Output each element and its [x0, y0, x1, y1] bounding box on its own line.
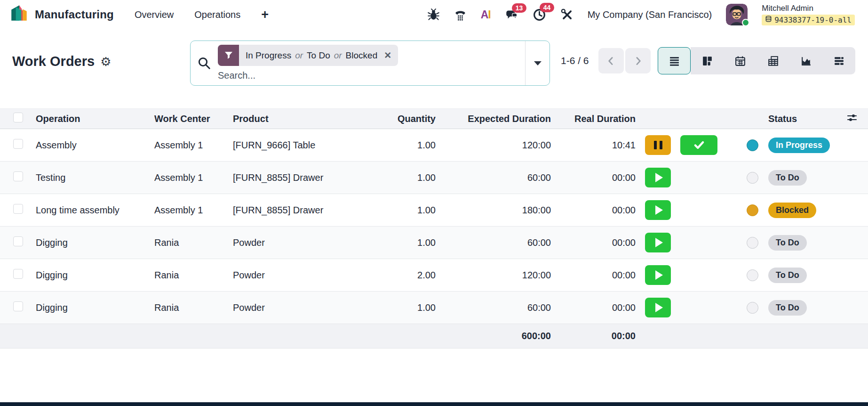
manufacturing-work-orders-screen: Manufacturing Overview Operations +	[0, 0, 868, 406]
start-button[interactable]	[645, 168, 671, 187]
column-header-work-center[interactable]: Work Center	[145, 114, 223, 124]
tools-icon[interactable]	[560, 8, 573, 21]
search-dropdown-toggle[interactable]	[525, 41, 549, 85]
row-checkbox[interactable]	[0, 139, 26, 151]
table-row[interactable]: DiggingRaniaPowder1.0060:0000:00To Do	[0, 292, 868, 324]
quantity-cell: 2.00	[379, 270, 445, 281]
quantity-cell: 1.00	[379, 205, 445, 216]
user-block[interactable]: Mitchell Admin 94338377-19-0-all	[762, 4, 855, 25]
column-header-quantity[interactable]: Quantity	[379, 114, 445, 124]
database-icon	[765, 16, 772, 24]
app-menu-button[interactable]: Manufacturing	[9, 4, 114, 25]
work-center-cell: Assembly 1	[145, 205, 223, 216]
operation-cell: Digging	[26, 237, 145, 248]
sliders-icon	[846, 112, 858, 126]
messages-badge: 13	[512, 3, 527, 13]
product-cell: [FURN_9666] Table	[223, 140, 379, 151]
status-dot[interactable]	[747, 172, 758, 184]
view-graph-button[interactable]	[789, 47, 822, 74]
expected-duration-cell: 60:00	[445, 172, 560, 183]
real-duration-total: 00:00	[560, 331, 645, 341]
manufacturing-app-icon	[9, 4, 29, 25]
work-center-cell: Rania	[145, 237, 223, 248]
column-header-operation[interactable]: Operation	[26, 114, 145, 124]
search-icon	[191, 41, 218, 85]
product-cell: [FURN_8855] Drawer	[223, 205, 379, 216]
gear-icon[interactable]: ⚙	[100, 56, 111, 68]
play-icon	[655, 205, 663, 215]
status-dot[interactable]	[747, 204, 758, 216]
quantity-cell: 1.00	[379, 140, 445, 151]
page-title: Work Orders	[12, 54, 95, 69]
work-center-cell: Assembly 1	[145, 172, 223, 183]
table-body: AssemblyAssembly 1[FURN_9666] Table1.001…	[0, 129, 868, 324]
view-calendar-button[interactable]	[724, 47, 757, 74]
pause-button[interactable]	[645, 135, 671, 155]
column-header-expected-duration[interactable]: Expected Duration	[445, 114, 560, 124]
optional-columns-button[interactable]	[841, 112, 868, 126]
status-badge: In Progress	[768, 138, 830, 153]
row-checkbox[interactable]	[0, 269, 26, 281]
column-header-real-duration[interactable]: Real Duration	[560, 114, 645, 124]
search-box[interactable]: In Progress or To Do or Blocked ✕	[190, 41, 550, 86]
online-status-dot	[742, 19, 749, 26]
menu-operations[interactable]: Operations	[194, 9, 240, 20]
phone-icon[interactable]	[454, 8, 467, 21]
row-checkbox[interactable]	[0, 171, 26, 184]
expected-duration-cell: 60:00	[445, 237, 560, 248]
table-row[interactable]: TestingAssembly 1[FURN_8855] Drawer1.006…	[0, 162, 868, 194]
status-badge: To Do	[768, 268, 807, 283]
pager-next-button[interactable]	[625, 48, 651, 73]
table-footer-row: 600:00 00:00	[0, 324, 868, 349]
start-button[interactable]	[645, 298, 671, 317]
activities-clock-icon[interactable]: 44	[533, 8, 546, 22]
start-button[interactable]	[645, 265, 671, 285]
work-center-cell: Rania	[145, 302, 223, 313]
start-button[interactable]	[645, 233, 671, 252]
table-row[interactable]: AssemblyAssembly 1[FURN_9666] Table1.001…	[0, 129, 868, 162]
column-header-status[interactable]: Status	[765, 114, 841, 124]
table-row[interactable]: DiggingRaniaPowder1.0060:0000:00To Do	[0, 227, 868, 259]
row-checkbox[interactable]	[0, 236, 26, 249]
pager-previous-button[interactable]	[598, 48, 624, 73]
operation-cell: Assembly	[26, 140, 145, 151]
expected-duration-cell: 60:00	[445, 302, 560, 313]
table-row[interactable]: Long time assemblyAssembly 1[FURN_8855] …	[0, 194, 868, 227]
operation-cell: Digging	[26, 302, 145, 313]
facet-remove-icon[interactable]: ✕	[382, 45, 398, 66]
table-row[interactable]: DiggingRaniaPowder2.00120:0000:00To Do	[0, 259, 868, 292]
filter-facet: In Progress or To Do or Blocked ✕	[218, 45, 398, 66]
status-dot[interactable]	[747, 139, 758, 151]
view-pivot-button[interactable]	[757, 47, 789, 74]
expected-duration-cell: 180:00	[445, 205, 560, 216]
view-list-button[interactable]	[658, 47, 691, 74]
company-switcher[interactable]: My Company (San Francisco)	[588, 9, 712, 20]
facet-separator: or	[334, 50, 342, 61]
database-badge: 94338377-19-0-all	[762, 15, 855, 25]
menu-overview[interactable]: Overview	[135, 9, 174, 20]
user-avatar[interactable]	[726, 4, 748, 25]
chevron-down-icon	[534, 61, 542, 65]
view-gantt-button[interactable]	[822, 47, 855, 74]
select-all-checkbox[interactable]	[0, 113, 26, 125]
new-menu-button[interactable]: +	[261, 8, 269, 21]
row-checkbox[interactable]	[0, 301, 26, 314]
status-dot[interactable]	[747, 302, 758, 314]
bug-icon[interactable]	[427, 8, 440, 21]
row-checkbox[interactable]	[0, 204, 26, 216]
mark-done-button[interactable]	[680, 135, 717, 155]
view-kanban-button[interactable]	[691, 47, 724, 74]
real-duration-cell: 00:00	[560, 270, 645, 281]
real-duration-cell: 00:00	[560, 205, 645, 216]
messages-icon[interactable]: 13	[505, 8, 518, 21]
search-input[interactable]	[218, 70, 513, 81]
control-panel: Work Orders ⚙ In Progress or To	[0, 29, 868, 108]
filter-funnel-icon	[218, 45, 239, 66]
status-dot[interactable]	[747, 269, 758, 281]
column-header-product[interactable]: Product	[223, 114, 379, 124]
play-icon	[655, 270, 663, 280]
ai-icon[interactable]: AI	[481, 8, 491, 21]
status-dot[interactable]	[747, 237, 758, 249]
app-name: Manufacturing	[35, 8, 114, 21]
start-button[interactable]	[645, 200, 671, 220]
